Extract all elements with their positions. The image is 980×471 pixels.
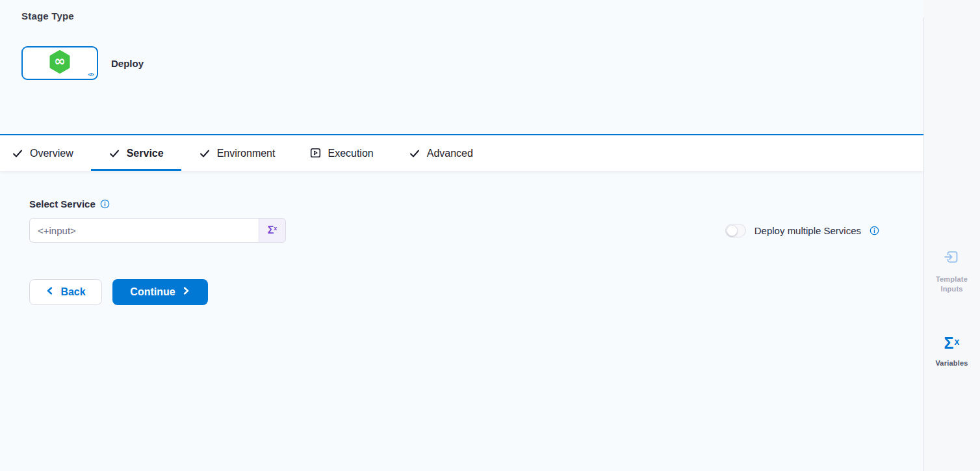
code-icon: </>: [88, 72, 94, 77]
stage-type-section: Stage Type ∞ </> Deploy: [0, 0, 923, 135]
select-service-label: Select Service: [29, 198, 96, 209]
runtime-input-sigma-button[interactable]: Σ x: [259, 218, 286, 243]
variables-rail-item[interactable]: Σ x Variables: [923, 333, 980, 368]
continue-button[interactable]: Continue: [112, 279, 208, 305]
stage-name-label: Deploy: [111, 58, 144, 69]
service-form-row: Σ x Deploy multiple Services: [29, 218, 923, 243]
svg-text:∞: ∞: [54, 53, 66, 69]
cd-infinity-hexagon-icon: ∞: [48, 49, 71, 77]
deploy-stage-card[interactable]: ∞ </>: [21, 46, 98, 80]
sigma-glyph: Σ: [944, 333, 954, 353]
check-icon: [199, 148, 211, 159]
tab-overview[interactable]: Overview: [12, 135, 91, 171]
toggle-knob: [727, 225, 738, 236]
template-inputs-label: Template Inputs: [923, 275, 980, 294]
sigma-glyph: Σ: [268, 224, 274, 237]
sigma-x-glyph: x: [955, 336, 960, 347]
wizard-buttons-row: Back Continue: [29, 279, 923, 305]
stage-type-row: ∞ </> Deploy: [21, 46, 923, 80]
info-icon[interactable]: [870, 226, 879, 236]
right-rail: Template Inputs Σ x Variables: [923, 0, 980, 471]
tab-label: Overview: [30, 148, 73, 159]
chevron-right-icon: [181, 286, 190, 298]
tab-advanced[interactable]: Advanced: [391, 135, 491, 171]
select-service-input[interactable]: [29, 218, 259, 243]
select-service-label-row: Select Service: [29, 198, 923, 209]
back-button[interactable]: Back: [29, 279, 102, 305]
template-inputs-rail-item[interactable]: Template Inputs: [923, 248, 980, 294]
variables-label: Variables: [931, 358, 972, 368]
stage-type-title: Stage Type: [21, 10, 923, 21]
main-panel: Stage Type ∞ </> Deploy: [0, 0, 923, 471]
check-icon: [109, 148, 120, 159]
tab-execution[interactable]: Execution: [292, 135, 391, 171]
deploy-multiple-services-group: Deploy multiple Services: [725, 224, 879, 237]
tab-label: Service: [127, 148, 164, 159]
service-tab-content: Select Service Σ x: [0, 171, 923, 305]
stage-config-tabbar: Overview Service Environment: [0, 135, 923, 171]
check-icon: [409, 148, 420, 159]
info-icon[interactable]: [100, 199, 110, 209]
play-box-icon: [310, 148, 321, 159]
sigma-sup-x: x: [274, 224, 277, 232]
tab-service[interactable]: Service: [91, 135, 181, 171]
continue-button-label: Continue: [130, 286, 175, 298]
deploy-multiple-services-toggle[interactable]: [725, 224, 746, 237]
chevron-left-icon: [45, 286, 55, 298]
template-inputs-icon: [943, 248, 961, 269]
select-service-input-group: Σ x: [29, 218, 286, 243]
tab-label: Environment: [217, 148, 276, 159]
sigma-x-icon: Σ x: [944, 333, 960, 353]
app: Stage Type ∞ </> Deploy: [0, 0, 980, 471]
tab-label: Advanced: [427, 148, 473, 159]
tab-environment[interactable]: Environment: [181, 135, 293, 171]
back-button-label: Back: [60, 286, 85, 298]
deploy-multiple-services-label: Deploy multiple Services: [754, 225, 861, 236]
tab-label: Execution: [328, 148, 373, 159]
check-icon: [12, 148, 23, 159]
